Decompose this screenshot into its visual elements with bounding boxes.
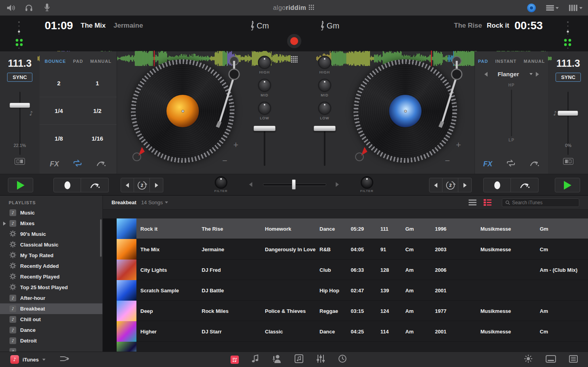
effect-next-button[interactable] — [536, 72, 539, 77]
deck-a-display-toggle[interactable] — [15, 158, 25, 165]
deck-a-pitch-handle[interactable] — [9, 103, 30, 108]
deck-a-loop-halve-button[interactable] — [121, 178, 134, 192]
deck-b-pitch-handle[interactable] — [558, 111, 578, 116]
deck-a-play-button[interactable] — [8, 178, 33, 192]
deck-a-tab-manual[interactable]: MANUAL — [90, 59, 112, 64]
table-row-partial[interactable] — [103, 342, 588, 352]
deck-b-slip-button[interactable] — [529, 159, 540, 169]
deck-a-tab-pad[interactable]: PAD — [73, 59, 83, 64]
sidebar-item-classical-music[interactable]: Classical Music — [0, 239, 102, 250]
loop-pad-1[interactable]: 1 — [78, 69, 117, 97]
columns-view-button[interactable] — [569, 5, 582, 11]
deck-a-tab-bounce[interactable]: BOUNCE — [45, 59, 66, 64]
table-row-city-lights[interactable]: City LightsDJ FredClub06:33128Am2006Am -… — [103, 260, 588, 280]
deck-b-cue-button[interactable] — [483, 178, 511, 192]
sidebar-item-dance[interactable]: ♪Dance — [0, 325, 102, 335]
detail-view-icon[interactable] — [484, 199, 492, 207]
sidebar-item-chill-out[interactable]: ♪Chill out — [0, 314, 102, 325]
rows-view-button[interactable] — [546, 5, 559, 11]
sidebar-item-music[interactable]: ♪Music — [0, 207, 102, 218]
sidebar-item-recently-played[interactable]: Recently Played — [0, 271, 102, 282]
deck-b-level-meter[interactable] — [562, 21, 572, 51]
sidebar-item-detroit[interactable]: ♪Detroit — [0, 335, 102, 346]
sidebar-item-top-25-most-played[interactable]: Top 25 Most Played — [0, 282, 102, 293]
deck-b-display-toggle[interactable] — [563, 158, 573, 165]
table-row-deep[interactable]: DeepRock MilesPolice & ThievesReggae03:1… — [103, 301, 588, 321]
deck-b-bend-button[interactable] — [511, 178, 539, 192]
effect-name[interactable]: Flanger — [491, 71, 526, 77]
deck-a-plus-button[interactable]: + — [233, 140, 238, 150]
disclosure-triangle-icon[interactable] — [3, 222, 6, 226]
loop-pad-1-16[interactable]: 1/16 — [78, 124, 117, 152]
loop-pad-2[interactable]: 2 — [40, 69, 78, 97]
keypad-grid-icon[interactable] — [291, 56, 298, 64]
deck-a-sync-button[interactable]: SYNC — [7, 73, 32, 81]
deck-b-eq-mid-knob[interactable] — [318, 79, 331, 92]
deck-b-minus-button[interactable]: − — [445, 156, 450, 166]
microphone-icon[interactable] — [44, 3, 50, 12]
deck-a-pitch-bend-button[interactable] — [132, 152, 141, 161]
deck-a-slip-button[interactable] — [96, 159, 106, 169]
search-box[interactable] — [502, 198, 579, 207]
deck-b-filter[interactable]: FILTER — [360, 176, 373, 193]
disc-view-button[interactable] — [527, 4, 536, 12]
deck-a-tonearm[interactable] — [210, 55, 257, 134]
deck-a-volume-fader-handle[interactable] — [253, 126, 276, 131]
deck-b-pitch-bend-button[interactable] — [355, 152, 364, 161]
brightness-icon[interactable] — [524, 354, 533, 365]
deck-a-cue-button[interactable] — [53, 178, 81, 192]
songs-icon[interactable] — [252, 354, 259, 365]
deck-a-loop-length[interactable]: 2 — [134, 178, 150, 192]
deck-b-tonearm[interactable] — [432, 55, 480, 134]
deck-a-minus-button[interactable]: − — [222, 156, 227, 166]
list-view-icon[interactable] — [469, 199, 476, 207]
deck-a-eq-low-knob[interactable] — [258, 102, 271, 115]
search-input[interactable] — [512, 200, 571, 205]
sidebar-item-breakbeat[interactable]: ♪Breakbeat — [0, 303, 102, 314]
deck-a-loop-button[interactable] — [72, 159, 83, 169]
deck-b-loop-length[interactable]: 2 — [442, 178, 458, 192]
library-song-count[interactable]: 14 Songs — [141, 199, 168, 205]
effect-prev-button[interactable] — [484, 72, 488, 77]
sidebar-item-recently-added[interactable]: Recently Added — [0, 261, 102, 271]
crossfader-handle[interactable] — [292, 179, 296, 190]
deck-b-volume-fader-handle[interactable] — [314, 126, 336, 131]
albums-icon[interactable] — [295, 354, 303, 365]
deck-b-tab-manual[interactable]: MANUAL — [524, 59, 545, 64]
library-source-selector[interactable]: ♪ iTunes — [10, 355, 45, 364]
sidebar-item-mixes[interactable]: ♪Mixes — [0, 218, 102, 229]
deck-b-play-button[interactable] — [555, 178, 580, 192]
deck-b-eq-high-knob[interactable] — [318, 56, 331, 69]
automix-icon[interactable] — [60, 355, 70, 364]
deck-b-loop-halve-button[interactable] — [429, 178, 442, 192]
deck-a-loop-double-button[interactable] — [150, 178, 163, 192]
deck-b-plus-button[interactable]: + — [456, 140, 461, 150]
sidebar-item-partial[interactable]: ♪ — [0, 346, 102, 352]
loop-pad-1-2[interactable]: 1/2 — [78, 97, 117, 124]
playlists-icon[interactable] — [231, 356, 239, 364]
deck-a-bend-button[interactable] — [81, 178, 109, 192]
genres-icon[interactable] — [316, 354, 325, 365]
table-row-the-mix[interactable]: The MixJermaineDangerously In LoveR&B04:… — [103, 239, 588, 260]
deck-b-tab-pad[interactable]: PAD — [478, 59, 488, 64]
loop-pad-1-4[interactable]: 1/4 — [40, 97, 78, 124]
table-row-rock-it[interactable]: Rock itThe RiseHomeworkDance05:29111Gm19… — [103, 218, 588, 239]
deck-b-tab-instant[interactable]: INSTANT — [495, 59, 516, 64]
deck-a-fx-button[interactable]: FX — [50, 160, 59, 168]
display-icon[interactable] — [546, 355, 556, 364]
deck-b-fx-button[interactable]: FX — [483, 160, 492, 168]
loop-pad-1-8[interactable]: 1/8 — [40, 124, 78, 152]
deck-a-volume-fader[interactable] — [264, 128, 265, 166]
sidebar-item-my-top-rated[interactable]: My Top Rated — [0, 250, 102, 261]
deck-b-loop-button[interactable] — [506, 159, 516, 169]
deck-a-eq-high-knob[interactable] — [258, 56, 271, 69]
queue-list-icon[interactable] — [569, 355, 578, 364]
headphones-icon[interactable] — [25, 4, 33, 11]
deck-a-eq-mid-knob[interactable] — [258, 79, 271, 92]
record-button[interactable] — [287, 34, 301, 48]
artists-icon[interactable] — [272, 354, 282, 365]
history-icon[interactable] — [338, 354, 347, 365]
effect-slider[interactable] — [511, 90, 512, 136]
deck-b-volume-fader[interactable] — [324, 128, 325, 166]
table-row-higher[interactable]: HigherDJ StarrClassicDance04:25114Am2001… — [103, 321, 588, 342]
